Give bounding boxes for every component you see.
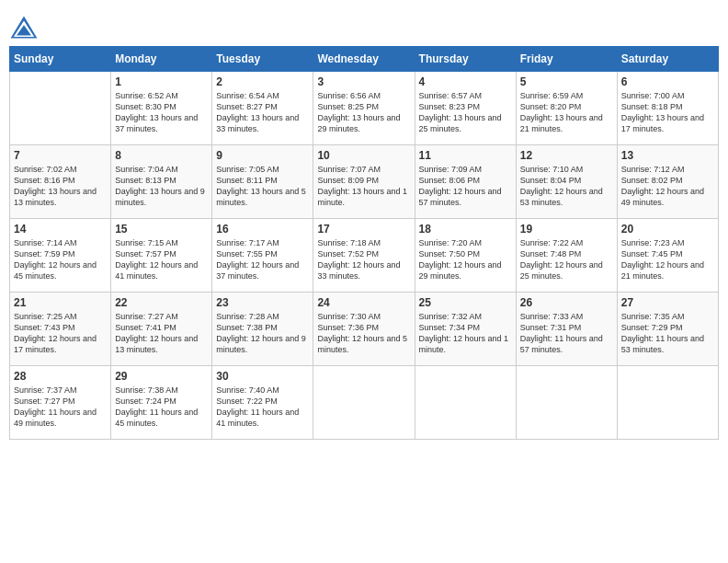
day-number: 21 [14, 296, 107, 309]
calendar-cell: 24Sunrise: 7:30 AMSunset: 7:36 PMDayligh… [313, 293, 415, 366]
logo [9, 15, 42, 40]
calendar-cell: 6Sunrise: 7:00 AMSunset: 8:18 PMDaylight… [617, 72, 718, 145]
cell-content: Sunrise: 7:02 AMSunset: 8:16 PMDaylight:… [14, 164, 107, 209]
week-row-3: 14Sunrise: 7:14 AMSunset: 7:59 PMDayligh… [10, 219, 719, 293]
cell-content: Sunrise: 7:35 AMSunset: 7:29 PMDaylight:… [621, 311, 714, 356]
calendar-table: SundayMondayTuesdayWednesdayThursdayFrid… [9, 46, 719, 440]
week-row-5: 28Sunrise: 7:37 AMSunset: 7:27 PMDayligh… [10, 366, 719, 440]
calendar-cell: 1Sunrise: 6:52 AMSunset: 8:30 PMDaylight… [111, 72, 212, 145]
day-number: 28 [14, 370, 107, 383]
calendar-cell [10, 72, 111, 145]
calendar-cell: 17Sunrise: 7:18 AMSunset: 7:52 PMDayligh… [313, 219, 415, 293]
cell-content: Sunrise: 6:57 AMSunset: 8:23 PMDaylight:… [419, 90, 512, 135]
day-number: 8 [115, 149, 208, 162]
calendar-cell: 23Sunrise: 7:28 AMSunset: 7:38 PMDayligh… [212, 293, 313, 366]
calendar-cell: 5Sunrise: 6:59 AMSunset: 8:20 PMDaylight… [516, 72, 617, 145]
cell-content: Sunrise: 7:23 AMSunset: 7:45 PMDaylight:… [621, 237, 714, 282]
calendar-cell [617, 366, 718, 440]
days-header-row: SundayMondayTuesdayWednesdayThursdayFrid… [10, 47, 719, 72]
cell-content: Sunrise: 7:30 AMSunset: 7:36 PMDaylight:… [317, 311, 410, 356]
calendar-cell: 14Sunrise: 7:14 AMSunset: 7:59 PMDayligh… [10, 219, 111, 293]
calendar-cell: 25Sunrise: 7:32 AMSunset: 7:34 PMDayligh… [415, 293, 516, 366]
calendar-cell: 12Sunrise: 7:10 AMSunset: 8:04 PMDayligh… [516, 145, 617, 219]
cell-content: Sunrise: 7:33 AMSunset: 7:31 PMDaylight:… [520, 311, 613, 356]
calendar-cell: 18Sunrise: 7:20 AMSunset: 7:50 PMDayligh… [415, 219, 516, 293]
calendar-cell: 4Sunrise: 6:57 AMSunset: 8:23 PMDaylight… [415, 72, 516, 145]
day-number: 13 [621, 149, 714, 162]
logo-icon [9, 15, 39, 40]
day-number: 12 [520, 149, 613, 162]
cell-content: Sunrise: 7:15 AMSunset: 7:57 PMDaylight:… [115, 237, 208, 282]
day-number: 4 [419, 75, 512, 88]
cell-content: Sunrise: 7:07 AMSunset: 8:09 PMDaylight:… [317, 164, 410, 209]
day-number: 27 [621, 296, 714, 309]
calendar-cell [313, 366, 415, 440]
day-number: 26 [520, 296, 613, 309]
calendar-cell: 29Sunrise: 7:38 AMSunset: 7:24 PMDayligh… [111, 366, 212, 440]
calendar-cell: 28Sunrise: 7:37 AMSunset: 7:27 PMDayligh… [10, 366, 111, 440]
cell-content: Sunrise: 7:18 AMSunset: 7:52 PMDaylight:… [317, 237, 410, 282]
day-number: 10 [317, 149, 410, 162]
cell-content: Sunrise: 7:10 AMSunset: 8:04 PMDaylight:… [520, 164, 613, 209]
day-number: 2 [216, 75, 309, 88]
cell-content: Sunrise: 7:17 AMSunset: 7:55 PMDaylight:… [216, 237, 309, 282]
cell-content: Sunrise: 7:04 AMSunset: 8:13 PMDaylight:… [115, 164, 208, 209]
day-number: 9 [216, 149, 309, 162]
cell-content: Sunrise: 7:37 AMSunset: 7:27 PMDaylight:… [14, 385, 107, 430]
calendar-cell: 8Sunrise: 7:04 AMSunset: 8:13 PMDaylight… [111, 145, 212, 219]
day-number: 7 [14, 149, 107, 162]
week-row-1: 1Sunrise: 6:52 AMSunset: 8:30 PMDaylight… [10, 72, 719, 145]
cell-content: Sunrise: 7:22 AMSunset: 7:48 PMDaylight:… [520, 237, 613, 282]
day-number: 19 [520, 223, 613, 236]
cell-content: Sunrise: 6:59 AMSunset: 8:20 PMDaylight:… [520, 90, 613, 135]
day-header-monday: Monday [111, 47, 212, 72]
week-row-4: 21Sunrise: 7:25 AMSunset: 7:43 PMDayligh… [10, 293, 719, 366]
calendar-cell: 19Sunrise: 7:22 AMSunset: 7:48 PMDayligh… [516, 219, 617, 293]
calendar-cell: 9Sunrise: 7:05 AMSunset: 8:11 PMDaylight… [212, 145, 313, 219]
calendar-cell [415, 366, 516, 440]
cell-content: Sunrise: 6:56 AMSunset: 8:25 PMDaylight:… [317, 90, 410, 135]
calendar-cell: 2Sunrise: 6:54 AMSunset: 8:27 PMDaylight… [212, 72, 313, 145]
cell-content: Sunrise: 7:27 AMSunset: 7:41 PMDaylight:… [115, 311, 208, 356]
day-number: 18 [419, 223, 512, 236]
day-number: 25 [419, 296, 512, 309]
cell-content: Sunrise: 7:09 AMSunset: 8:06 PMDaylight:… [419, 164, 512, 209]
calendar-cell: 11Sunrise: 7:09 AMSunset: 8:06 PMDayligh… [415, 145, 516, 219]
cell-content: Sunrise: 7:40 AMSunset: 7:22 PMDaylight:… [216, 385, 309, 430]
cell-content: Sunrise: 7:25 AMSunset: 7:43 PMDaylight:… [14, 311, 107, 356]
cell-content: Sunrise: 7:05 AMSunset: 8:11 PMDaylight:… [216, 164, 309, 209]
day-number: 3 [317, 75, 410, 88]
calendar-cell: 16Sunrise: 7:17 AMSunset: 7:55 PMDayligh… [212, 219, 313, 293]
calendar-cell: 3Sunrise: 6:56 AMSunset: 8:25 PMDaylight… [313, 72, 415, 145]
day-number: 14 [14, 223, 107, 236]
cell-content: Sunrise: 7:38 AMSunset: 7:24 PMDaylight:… [115, 385, 208, 430]
calendar-cell: 13Sunrise: 7:12 AMSunset: 8:02 PMDayligh… [617, 145, 718, 219]
cell-content: Sunrise: 7:28 AMSunset: 7:38 PMDaylight:… [216, 311, 309, 356]
day-number: 22 [115, 296, 208, 309]
day-number: 29 [115, 370, 208, 383]
day-number: 11 [419, 149, 512, 162]
calendar-cell: 15Sunrise: 7:15 AMSunset: 7:57 PMDayligh… [111, 219, 212, 293]
calendar-cell: 21Sunrise: 7:25 AMSunset: 7:43 PMDayligh… [10, 293, 111, 366]
day-header-friday: Friday [516, 47, 617, 72]
day-header-wednesday: Wednesday [313, 47, 415, 72]
calendar-cell: 10Sunrise: 7:07 AMSunset: 8:09 PMDayligh… [313, 145, 415, 219]
day-number: 30 [216, 370, 309, 383]
week-row-2: 7Sunrise: 7:02 AMSunset: 8:16 PMDaylight… [10, 145, 719, 219]
calendar-cell: 22Sunrise: 7:27 AMSunset: 7:41 PMDayligh… [111, 293, 212, 366]
cell-content: Sunrise: 7:00 AMSunset: 8:18 PMDaylight:… [621, 90, 714, 135]
cell-content: Sunrise: 6:54 AMSunset: 8:27 PMDaylight:… [216, 90, 309, 135]
calendar-cell: 27Sunrise: 7:35 AMSunset: 7:29 PMDayligh… [617, 293, 718, 366]
day-header-saturday: Saturday [617, 47, 718, 72]
day-number: 1 [115, 75, 208, 88]
calendar-cell [516, 366, 617, 440]
day-header-sunday: Sunday [10, 47, 111, 72]
day-number: 5 [520, 75, 613, 88]
calendar-cell: 30Sunrise: 7:40 AMSunset: 7:22 PMDayligh… [212, 366, 313, 440]
day-number: 17 [317, 223, 410, 236]
day-number: 6 [621, 75, 714, 88]
day-header-tuesday: Tuesday [212, 47, 313, 72]
day-number: 24 [317, 296, 410, 309]
calendar-cell: 7Sunrise: 7:02 AMSunset: 8:16 PMDaylight… [10, 145, 111, 219]
day-number: 15 [115, 223, 208, 236]
